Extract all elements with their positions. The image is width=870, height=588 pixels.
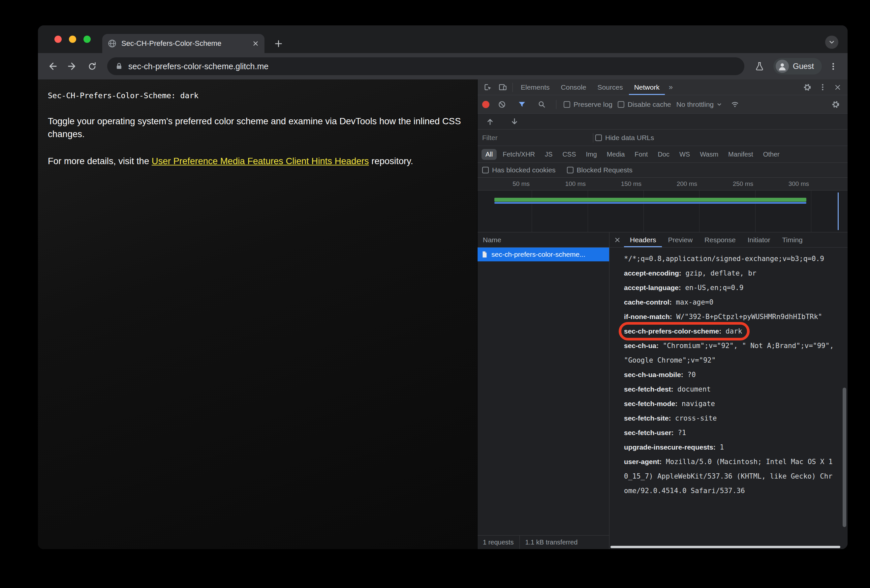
devtools-tab-sources[interactable]: Sources — [592, 79, 628, 95]
page-paragraph: Toggle your operating system's preferred… — [48, 115, 465, 140]
back-icon[interactable] — [44, 58, 61, 75]
more-panels-chevron-icon[interactable]: » — [666, 79, 676, 95]
load-event-marker — [838, 193, 839, 230]
request-list-name-header[interactable]: Name — [478, 232, 609, 248]
header-entry: user-agent: Mozilla/5.0 (Macintosh; Inte… — [624, 454, 836, 498]
checkbox-icon[interactable] — [595, 135, 602, 141]
forward-icon[interactable] — [64, 58, 81, 75]
tab-strip: Sec-CH-Prefers-Color-Scheme — [38, 25, 848, 53]
minimize-window-button[interactable] — [69, 36, 76, 43]
transferred-size: 1.1 kB transferred — [520, 539, 583, 546]
throttling-dropdown[interactable]: No throttling — [676, 101, 722, 108]
search-icon[interactable] — [534, 97, 549, 112]
filter-pill-css[interactable]: CSS — [558, 149, 580, 160]
filter-pill-img[interactable]: Img — [582, 149, 601, 160]
network-overview-timeline[interactable] — [478, 190, 848, 232]
filter-pill-wasm[interactable]: Wasm — [696, 149, 722, 160]
filter-funnel-icon[interactable] — [514, 97, 529, 112]
window-content: Sec-CH-Prefers-Color-Scheme: dark Toggle… — [38, 79, 848, 549]
filter-input[interactable] — [482, 134, 591, 142]
tab-search-button[interactable] — [825, 36, 838, 49]
client-hints-repo-link[interactable]: User Preference Media Features Client Hi… — [152, 156, 369, 166]
devtools-menu-kebab-icon[interactable] — [815, 80, 830, 95]
network-conditions-wifi-icon[interactable] — [727, 97, 742, 112]
hide-data-urls-checkbox[interactable]: Hide data URLs — [595, 134, 654, 142]
timeline-label: 200 ms — [677, 180, 697, 187]
detail-tab-initiator[interactable]: Initiator — [742, 232, 776, 247]
gridline — [699, 190, 700, 232]
detail-tab-headers[interactable]: Headers — [624, 232, 662, 247]
header-entry-sec-ch-prefers-color-scheme: sec-ch-prefers-color-scheme: dark — [624, 324, 836, 339]
checkbox-icon[interactable] — [618, 101, 624, 108]
header-entry: sec-fetch-dest: document — [624, 382, 836, 396]
devtools-close-icon[interactable] — [830, 80, 845, 95]
new-tab-button[interactable] — [274, 39, 283, 48]
filter-pill-doc[interactable]: Doc — [654, 149, 673, 160]
request-detail-pane: Headers Preview Response Initiator Timin… — [609, 232, 848, 549]
lock-icon[interactable] — [115, 62, 123, 70]
clear-network-log-icon[interactable] — [495, 97, 509, 112]
has-blocked-cookies-checkbox[interactable]: Has blocked cookies — [482, 166, 556, 174]
devtools-tab-elements[interactable]: Elements — [515, 79, 555, 95]
export-har-download-icon[interactable] — [507, 114, 522, 129]
close-detail-icon[interactable] — [611, 232, 624, 247]
browser-menu-kebab-icon[interactable] — [824, 58, 842, 75]
device-toolbar-icon[interactable] — [495, 80, 510, 95]
request-row[interactable]: sec-ch-prefers-color-scheme... — [478, 248, 609, 261]
address-bar[interactable]: sec-ch-prefers-color-scheme.glitch.me — [107, 57, 744, 75]
reload-icon[interactable] — [83, 58, 101, 75]
request-list: sec-ch-prefers-color-scheme... — [478, 248, 609, 535]
timeline-label: 50 ms — [512, 180, 530, 187]
disable-cache-checkbox[interactable]: Disable cache — [618, 101, 671, 108]
record-network-log-button[interactable] — [482, 101, 489, 108]
filter-pill-fetch-xhr[interactable]: Fetch/XHR — [499, 149, 539, 160]
detail-tab-response[interactable]: Response — [699, 232, 742, 247]
maximize-window-button[interactable] — [83, 36, 91, 43]
header-entry: upgrade-insecure-requests: 1 — [624, 440, 836, 454]
gridline — [755, 190, 755, 232]
tab-close-icon[interactable] — [252, 40, 259, 47]
checkbox-icon[interactable] — [567, 167, 574, 173]
timeline-label: 150 ms — [621, 180, 641, 187]
network-settings-gear-icon[interactable] — [828, 97, 843, 112]
inspect-element-icon[interactable] — [480, 80, 495, 95]
checkbox-icon[interactable] — [564, 101, 570, 108]
filter-pill-other[interactable]: Other — [759, 149, 784, 160]
devtools-tabbar: Elements Console Sources Network » — [478, 79, 848, 95]
filter-pill-manifest[interactable]: Manifest — [724, 149, 757, 160]
blocked-requests-checkbox[interactable]: Blocked Requests — [567, 166, 633, 174]
checkbox-icon[interactable] — [482, 167, 489, 173]
timeline-label: 300 ms — [788, 180, 809, 187]
request-name: sec-ch-prefers-color-scheme... — [492, 251, 585, 258]
filter-pill-ws[interactable]: WS — [675, 149, 694, 160]
preserve-log-checkbox[interactable]: Preserve log — [564, 101, 612, 108]
filter-pill-js[interactable]: JS — [541, 149, 556, 160]
filter-pill-media[interactable]: Media — [603, 149, 629, 160]
divider — [556, 100, 556, 109]
filter-pill-all[interactable]: All — [481, 149, 497, 160]
import-har-upload-icon[interactable] — [483, 114, 498, 129]
vertical-scrollbar-thumb[interactable] — [843, 388, 846, 527]
profile-label: Guest — [793, 62, 814, 71]
request-headers-list: */*;q=0.8,application/signed-exchange;v=… — [609, 248, 848, 549]
overview-activity-bar — [495, 198, 806, 202]
disable-cache-label: Disable cache — [627, 101, 671, 108]
devtools-tab-network[interactable]: Network — [629, 79, 665, 95]
browser-tab[interactable]: Sec-CH-Prefers-Color-Scheme — [102, 34, 265, 53]
request-detail-tabs: Headers Preview Response Initiator Timin… — [609, 232, 848, 248]
close-window-button[interactable] — [54, 36, 62, 43]
horizontal-scrollbar-thumb[interactable] — [611, 546, 840, 548]
blocked-requests-label: Blocked Requests — [577, 166, 633, 174]
devtools-tab-console[interactable]: Console — [556, 79, 591, 95]
requests-count: 1 requests — [478, 536, 520, 549]
devtools-settings-gear-icon[interactable] — [800, 80, 815, 95]
web-page: Sec-CH-Prefers-Color-Scheme: dark Toggle… — [38, 79, 477, 549]
experiment-flask-icon[interactable] — [751, 58, 768, 75]
tab-title: Sec-CH-Prefers-Color-Scheme — [121, 39, 247, 48]
profile-button[interactable]: Guest — [773, 58, 822, 74]
header-entry: accept-encoding: gzip, deflate, br — [624, 266, 836, 281]
detail-tab-timing[interactable]: Timing — [776, 232, 809, 247]
filter-pill-font[interactable]: Font — [630, 149, 652, 160]
hide-data-urls-label: Hide data URLs — [605, 134, 654, 142]
detail-tab-preview[interactable]: Preview — [662, 232, 699, 247]
